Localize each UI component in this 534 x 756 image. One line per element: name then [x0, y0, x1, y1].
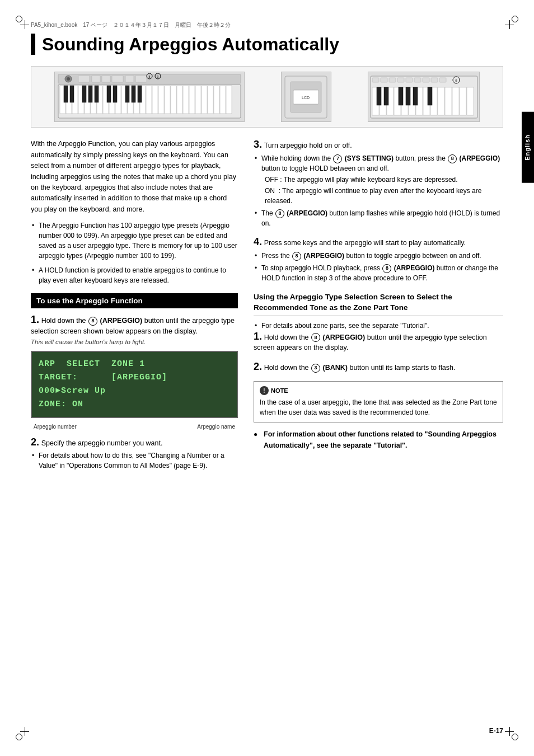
page-title: Sounding Arpeggios Automatically — [31, 34, 503, 55]
svg-rect-24 — [202, 86, 207, 114]
svg-rect-26 — [214, 86, 219, 114]
step-3-off-desc: OFF : The arpeggio will play while keybo… — [254, 175, 503, 185]
step-4-bullet-2: To stop arpeggio HOLD playback, press 8 … — [254, 263, 503, 283]
step-4-header: 4. Press some keys and the arpeggio will… — [254, 236, 503, 248]
svg-text:LCD: LCD — [302, 96, 310, 100]
svg-rect-45 — [112, 76, 123, 82]
svg-rect-33 — [95, 86, 99, 102]
svg-rect-62 — [414, 78, 421, 82]
bullet-hold-function: A HOLD function is provided to enable ar… — [31, 265, 238, 285]
svg-rect-16 — [152, 86, 158, 114]
svg-rect-82 — [399, 87, 403, 105]
corner-circle-br — [512, 734, 518, 740]
corner-circle-tr — [512, 16, 518, 22]
circle-num-arpeggio-sub1: 8 — [311, 333, 320, 342]
language-tab: English — [522, 112, 534, 183]
svg-rect-80 — [377, 87, 381, 105]
subsection-step-1-text: Hold down the 8 (ARPEGGIO) button until … — [254, 334, 487, 352]
svg-rect-38 — [138, 86, 142, 102]
subsection-step-1-header: 1. Hold down the 8 (ARPEGGIO) button unt… — [254, 331, 503, 354]
svg-rect-29 — [64, 86, 68, 102]
note-icon: ! — [260, 386, 269, 395]
svg-rect-77 — [452, 87, 459, 115]
lcd-line-2: TARGET: [ARPEGGIO] — [39, 371, 230, 384]
step-4-text: Press some keys and the arpeggio will st… — [264, 239, 466, 247]
step-3-header: 3. Turn arpeggio hold on or off. — [254, 139, 503, 151]
step-1: 1. Hold down the 8 (ARPEGGIO) button unt… — [31, 314, 238, 430]
step-2-header: 2. Specify the arpeggio number you want. — [31, 436, 238, 449]
svg-rect-46 — [125, 76, 134, 82]
step-2: 2. Specify the arpeggio number you want.… — [31, 436, 238, 471]
step-3: 3. Turn arpeggio hold on or off. While h… — [254, 139, 503, 228]
step-3-on-desc: ON : The arpeggio will continue to play … — [254, 186, 503, 206]
svg-rect-34 — [107, 86, 111, 102]
keyboard-image-area: 8 9 LCD — [31, 66, 503, 128]
svg-rect-57 — [372, 78, 379, 82]
note-label: NOTE — [271, 386, 288, 396]
file-info: PA5_kihon_e.book 17 ページ ２０１４年３月１７日 月曜日 午… — [31, 21, 231, 29]
svg-rect-27 — [220, 86, 226, 114]
svg-rect-81 — [384, 87, 388, 105]
step-3-text: Turn arpeggio hold on or off. — [264, 142, 352, 149]
circle-num-arpeggio-btn-2: 8 — [448, 154, 457, 163]
svg-rect-78 — [460, 87, 466, 115]
svg-rect-42 — [78, 76, 90, 82]
corner-circle-tl — [16, 16, 22, 22]
svg-rect-30 — [70, 86, 74, 102]
subsection-step-1-number: 1. — [254, 331, 262, 342]
svg-rect-64 — [431, 78, 438, 82]
step-2-text: Specify the arpeggio number you want. — [41, 439, 163, 447]
svg-rect-47 — [135, 76, 147, 82]
svg-rect-60 — [397, 78, 404, 82]
svg-rect-32 — [88, 86, 92, 102]
svg-rect-85 — [428, 87, 432, 105]
main-content: Sounding Arpeggios Automatically — [31, 34, 503, 477]
step-4-bullet-1: Press the 8 (ARPEGGIO) button to toggle … — [254, 251, 503, 261]
step-1-text: Hold down the 8 (ARPEGGIO) button until … — [31, 317, 235, 335]
step-3-number: 3. — [254, 139, 262, 150]
subsection-intro-bullet: For details about zone parts, see the se… — [254, 321, 503, 331]
keyboard-image-right: 9 — [368, 72, 480, 122]
svg-rect-59 — [389, 78, 396, 82]
svg-rect-65 — [439, 78, 446, 82]
svg-rect-21 — [183, 86, 189, 114]
svg-rect-20 — [177, 86, 182, 114]
subsection-title: Using the Arpeggio Type Selection Screen… — [254, 292, 503, 316]
left-column: With the Arpeggio Function, you can play… — [31, 139, 238, 477]
step-2-number: 2. — [31, 436, 39, 448]
keyboard-image-mid: LCD — [281, 72, 331, 122]
step-1-number: 1. — [31, 314, 39, 325]
lcd-line-4: ZONE: ON — [39, 398, 230, 411]
svg-rect-79 — [467, 87, 474, 115]
corner-circle-bl — [16, 734, 22, 740]
lcd-label-arpeggio-name: Arpeggio name — [197, 424, 235, 430]
svg-rect-63 — [423, 78, 429, 82]
lcd-line-3: 000►Screw Up — [39, 384, 230, 398]
step-4: 4. Press some keys and the arpeggio will… — [254, 236, 503, 283]
subsection-step-2-text: Hold down the 3 (BANK) button until its … — [264, 364, 456, 372]
page-number: E-17 — [489, 727, 503, 735]
subsection-step-2-header: 2. Hold down the 3 (BANK) button until i… — [254, 361, 503, 373]
svg-rect-37 — [132, 86, 135, 102]
svg-rect-19 — [171, 86, 176, 114]
right-column: 3. Turn arpeggio hold on or off. While h… — [254, 139, 503, 477]
svg-rect-25 — [208, 86, 213, 114]
lcd-label-arpeggio-number: Arpeggio number — [34, 424, 77, 430]
lcd-line-1: ARP SELECT ZONE 1 — [39, 358, 230, 371]
note-box: ! NOTE In the case of a user arpeggio, t… — [254, 381, 503, 423]
svg-rect-61 — [406, 78, 413, 82]
step-2-sub-bullet: For details about how to do this, see "C… — [31, 450, 238, 471]
svg-point-41 — [67, 77, 70, 81]
section-title-use-arpeggio: To use the Arpeggio Function — [31, 293, 238, 308]
svg-rect-36 — [125, 86, 129, 102]
svg-text:8: 8 — [148, 75, 150, 78]
svg-rect-28 — [226, 86, 232, 114]
svg-rect-75 — [438, 87, 444, 115]
circle-num-arpeggio-btn-5: 8 — [382, 264, 391, 273]
circle-num-arpeggio-btn-3: 8 — [275, 209, 284, 218]
svg-rect-35 — [113, 86, 117, 102]
note-text: In the case of a user arpeggio, the tone… — [260, 397, 497, 417]
step-3-bullet-1: While holding down the 7 (SYS SETTING) b… — [254, 153, 503, 173]
circle-num-sys-setting: 7 — [333, 154, 342, 163]
svg-rect-58 — [381, 78, 387, 82]
